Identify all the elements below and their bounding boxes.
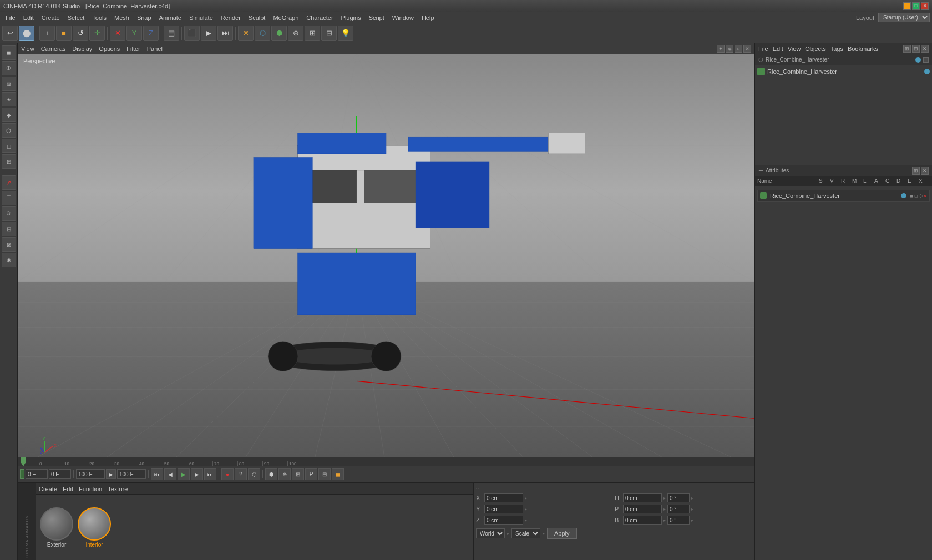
- fps-input[interactable]: [117, 469, 146, 479]
- viewport-menu-cameras[interactable]: Cameras: [41, 45, 66, 52]
- tool-model[interactable]: ⬡: [2, 123, 16, 138]
- tool-object[interactable]: ◻: [2, 139, 16, 153]
- move-button[interactable]: ✛: [89, 26, 105, 41]
- new-object-button[interactable]: +: [39, 26, 55, 41]
- viewport-btn-3[interactable]: ○: [735, 45, 742, 53]
- tool-scene[interactable]: ⊞: [2, 154, 16, 169]
- tool-texture[interactable]: ⊠: [2, 237, 16, 252]
- render-region-button[interactable]: ✕: [110, 26, 125, 41]
- material-menu-function[interactable]: Function: [79, 486, 102, 492]
- minimize-button[interactable]: _: [903, 2, 911, 10]
- menu-render[interactable]: Render: [217, 13, 244, 22]
- h-deg-input[interactable]: [667, 493, 690, 502]
- tool-magnet[interactable]: ⦰: [2, 206, 16, 221]
- tool-live[interactable]: ⦿: [2, 61, 16, 75]
- end-frame-input[interactable]: [76, 469, 105, 479]
- menu-mesh[interactable]: Mesh: [111, 13, 133, 22]
- motion-btn-5[interactable]: ⊟: [318, 468, 331, 480]
- prev-frame-button[interactable]: ◀: [164, 468, 176, 480]
- maximize-button[interactable]: □: [912, 2, 920, 10]
- material-interior[interactable]: Interior: [78, 507, 111, 548]
- z-position-input[interactable]: [484, 516, 523, 525]
- field-button[interactable]: ⊕: [288, 26, 303, 41]
- right-menu-view[interactable]: View: [788, 45, 801, 52]
- cube-button[interactable]: ■: [56, 26, 72, 41]
- undo-button[interactable]: ↩: [2, 26, 18, 41]
- attr-btn-1[interactable]: ⊞: [912, 167, 920, 175]
- material-menu-texture[interactable]: Texture: [108, 486, 128, 492]
- viewport-btn-2[interactable]: ◈: [726, 45, 733, 53]
- frame-field-2[interactable]: [49, 469, 71, 479]
- tool-select[interactable]: ◼: [2, 45, 16, 60]
- tool-poly[interactable]: ▨: [2, 77, 16, 91]
- motion-btn-6[interactable]: ◼: [332, 468, 344, 480]
- y-axis-button[interactable]: Y: [126, 26, 142, 41]
- viewport-menu-view[interactable]: View: [21, 45, 34, 52]
- menu-animate[interactable]: Animate: [156, 13, 185, 22]
- record-button[interactable]: ●: [221, 468, 234, 480]
- viewport-menu-options[interactable]: Options: [99, 45, 120, 52]
- generator-button[interactable]: ⬡: [255, 26, 270, 41]
- menu-file[interactable]: File: [2, 13, 19, 22]
- z-axis-button[interactable]: Z: [143, 26, 159, 41]
- world-select[interactable]: World: [476, 528, 505, 538]
- rotate-button[interactable]: ↺: [73, 26, 88, 41]
- grid-button[interactable]: ⊞: [305, 26, 320, 41]
- motion-btn-3[interactable]: ⊞: [292, 468, 304, 480]
- p-rot-input[interactable]: [623, 505, 662, 513]
- next-frame-button[interactable]: ▶: [191, 468, 203, 480]
- mode-button[interactable]: ⬤: [19, 26, 34, 41]
- right-menu-objects[interactable]: Objects: [805, 45, 825, 52]
- viewport-menu-filter[interactable]: Filter: [126, 45, 140, 52]
- tool-grid-h[interactable]: ⊟: [2, 222, 16, 236]
- menu-select[interactable]: Select: [64, 13, 88, 22]
- p-deg-input[interactable]: [667, 505, 690, 513]
- menu-create[interactable]: Create: [38, 13, 63, 22]
- anim-play-button[interactable]: ▶: [201, 26, 216, 41]
- key-all-button[interactable]: ⬡: [248, 468, 260, 480]
- attr-object-row[interactable]: Rice_Combine_Harvester ◼ ◻ ⬡ ✕: [757, 190, 930, 202]
- scale-select[interactable]: Scale: [511, 528, 540, 538]
- menu-tools[interactable]: Tools: [89, 13, 110, 22]
- viewport-menu-panel[interactable]: Panel: [147, 45, 163, 52]
- b-rot-input[interactable]: [623, 516, 662, 525]
- spline-button[interactable]: ⤧: [238, 26, 254, 41]
- anim-next-button[interactable]: ⏭: [217, 26, 233, 41]
- close-button[interactable]: ✕: [921, 2, 929, 10]
- right-btn-3[interactable]: ✕: [921, 45, 929, 53]
- menu-script[interactable]: Script: [366, 13, 388, 22]
- layout-select[interactable]: Startup (User): [878, 13, 930, 22]
- motion-btn-4[interactable]: P: [305, 468, 317, 480]
- viewport-btn-1[interactable]: +: [717, 45, 725, 53]
- right-btn-2[interactable]: ⊟: [912, 45, 920, 53]
- right-menu-tags[interactable]: Tags: [830, 45, 843, 52]
- light-button[interactable]: 💡: [338, 26, 353, 41]
- tool-edge[interactable]: ◈: [2, 92, 16, 106]
- play-button[interactable]: ▶: [178, 468, 190, 480]
- motion-btn-1[interactable]: ⬢: [265, 468, 277, 480]
- menu-window[interactable]: Window: [389, 13, 417, 22]
- deformer-button[interactable]: ⬢: [271, 26, 287, 41]
- right-menu-bookmarks[interactable]: Bookmarks: [848, 45, 878, 52]
- menu-snap[interactable]: Snap: [134, 13, 155, 22]
- menu-edit[interactable]: Edit: [20, 13, 37, 22]
- menu-help[interactable]: Help: [418, 13, 438, 22]
- right-menu-edit[interactable]: Edit: [773, 45, 783, 52]
- material-exterior[interactable]: Exterior: [40, 507, 73, 548]
- goto-end-button[interactable]: ⏭: [204, 468, 216, 480]
- x-position-input[interactable]: [484, 493, 523, 502]
- right-btn-1[interactable]: ⊞: [903, 45, 911, 53]
- tool-curve[interactable]: ⌒: [2, 191, 16, 205]
- tool-move[interactable]: ↗: [2, 175, 16, 190]
- motion-btn-2[interactable]: ⊕: [278, 468, 291, 480]
- right-menu-file[interactable]: File: [758, 45, 768, 52]
- material-menu-create[interactable]: Create: [39, 486, 57, 492]
- attr-btn-2[interactable]: ✕: [921, 167, 929, 175]
- menu-plugins[interactable]: Plugins: [338, 13, 364, 22]
- goto-start-button[interactable]: ⏮: [151, 468, 163, 480]
- viewport[interactable]: View Cameras Display Options Filter Pane…: [18, 43, 754, 457]
- render-button[interactable]: ▤: [164, 26, 179, 41]
- menu-mograph[interactable]: MoGraph: [270, 13, 302, 22]
- camera-button[interactable]: ⊟: [321, 26, 337, 41]
- tool-point[interactable]: ◆: [2, 108, 16, 122]
